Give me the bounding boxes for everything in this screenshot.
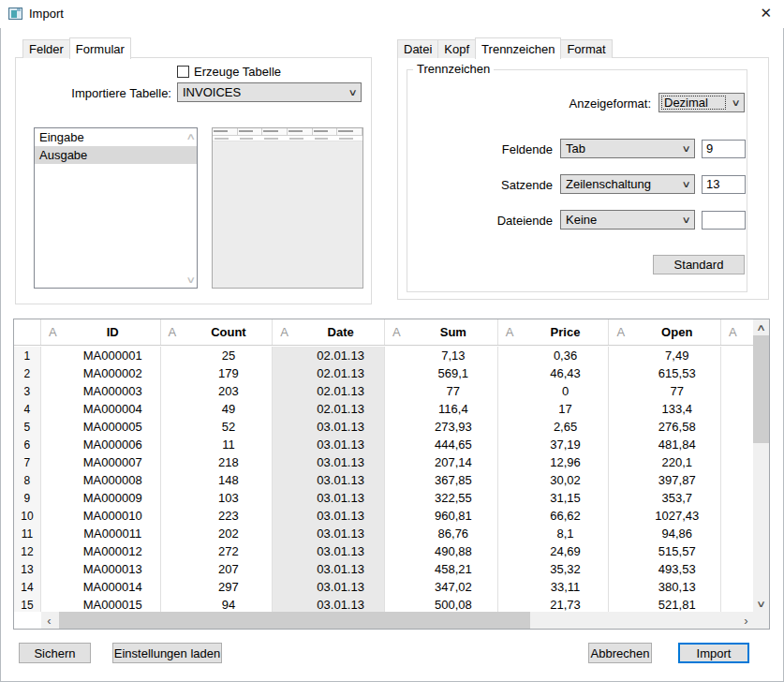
horizontal-scrollbar[interactable]: ‹ ›: [41, 612, 754, 629]
table-cell[interactable]: 367,85: [409, 471, 498, 489]
table-cell[interactable]: 276,58: [633, 418, 721, 436]
table-cell[interactable]: 569,1: [409, 364, 498, 382]
table-cell[interactable]: MA000014: [66, 578, 161, 596]
table-cell[interactable]: 77: [633, 382, 721, 400]
table-cell[interactable]: 481,84: [633, 436, 721, 453]
table-cell[interactable]: MA000008: [66, 471, 161, 489]
table-cell[interactable]: MA000015: [66, 596, 161, 612]
table-cell[interactable]: 03.01.13: [297, 507, 385, 525]
field-end-code-input[interactable]: 9: [702, 140, 746, 158]
table-cell[interactable]: 21,73: [523, 596, 610, 612]
table-cell[interactable]: 0,36: [523, 347, 610, 364]
table-cell[interactable]: 521,81: [633, 596, 721, 612]
table-cell[interactable]: 25: [185, 347, 274, 364]
table-cell[interactable]: 03.01.13: [297, 418, 385, 436]
table-cell[interactable]: 03.01.13: [297, 489, 385, 507]
scroll-left-icon[interactable]: ‹: [41, 612, 57, 629]
save-button[interactable]: Sichern: [19, 643, 91, 663]
table-cell[interactable]: 03.01.13: [297, 560, 385, 578]
table-cell[interactable]: 322,55: [409, 489, 498, 507]
table-cell[interactable]: 02.01.13: [297, 382, 385, 400]
table-cell[interactable]: 397,87: [633, 471, 721, 489]
table-cell[interactable]: 24,69: [523, 542, 610, 560]
table-cell[interactable]: MA000010: [66, 507, 161, 525]
table-cell[interactable]: 490,88: [409, 542, 498, 560]
table-cell[interactable]: 207: [185, 560, 274, 578]
table-cell[interactable]: 347,02: [409, 578, 498, 596]
table-cell[interactable]: 0: [523, 382, 610, 400]
table-cell[interactable]: 37,19: [523, 436, 610, 453]
table-cell[interactable]: 11: [185, 436, 274, 453]
tab-datei[interactable]: Datei: [397, 39, 438, 58]
table-cell[interactable]: 615,53: [633, 364, 721, 382]
table-cell[interactable]: 03.01.13: [297, 436, 385, 453]
table-cell[interactable]: 02.01.13: [297, 347, 385, 364]
table-cell[interactable]: 03.01.13: [297, 471, 385, 489]
record-end-code-input[interactable]: 13: [702, 175, 746, 194]
tab-trennzeichen[interactable]: Trennzeichen: [475, 37, 561, 59]
table-cell[interactable]: MA000001: [66, 347, 161, 364]
table-cell[interactable]: 31,15: [523, 489, 610, 507]
table-cell[interactable]: 17: [523, 400, 610, 418]
table-cell[interactable]: 493,53: [633, 560, 721, 578]
table-cell[interactable]: 30,02: [523, 471, 610, 489]
tab-felder[interactable]: Felder: [22, 39, 70, 58]
table-cell[interactable]: 218: [185, 453, 274, 471]
table-cell[interactable]: 179: [185, 364, 274, 382]
table-cell[interactable]: MA000007: [66, 453, 161, 471]
table-cell[interactable]: 273,93: [409, 418, 498, 436]
table-cell[interactable]: 2,65: [523, 418, 610, 436]
table-cell[interactable]: 66,62: [523, 507, 610, 525]
field-end-select[interactable]: Tab ∨: [560, 139, 695, 158]
tab-format[interactable]: Format: [560, 39, 612, 58]
table-cell[interactable]: 03.01.13: [297, 525, 385, 542]
load-settings-button[interactable]: Einstellungen laden: [112, 643, 222, 663]
table-cell[interactable]: 223: [185, 507, 274, 525]
table-cell[interactable]: 7,13: [409, 347, 498, 364]
file-end-code-input[interactable]: [702, 211, 746, 230]
scroll-down-icon[interactable]: ∨: [749, 596, 774, 612]
table-cell[interactable]: 203: [185, 382, 274, 400]
table-cell[interactable]: MA000012: [66, 542, 161, 560]
scroll-up-icon[interactable]: ∧: [185, 131, 196, 141]
table-cell[interactable]: MA000009: [66, 489, 161, 507]
file-end-select[interactable]: Keine ∨: [560, 210, 695, 230]
table-cell[interactable]: 444,65: [409, 436, 498, 453]
tab-formular[interactable]: Formular: [69, 37, 131, 59]
table-cell[interactable]: 380,13: [633, 578, 721, 596]
table-cell[interactable]: 500,08: [409, 596, 498, 612]
create-table-checkbox[interactable]: [177, 66, 189, 78]
table-cell[interactable]: 202: [185, 525, 274, 542]
table-cell[interactable]: 220,1: [633, 453, 721, 471]
table-cell[interactable]: MA000006: [66, 436, 161, 453]
table-cell[interactable]: 297: [185, 578, 274, 596]
table-cell[interactable]: MA000013: [66, 560, 161, 578]
column-header-date[interactable]: Date: [297, 319, 385, 345]
table-cell[interactable]: MA000002: [66, 364, 161, 382]
display-format-select[interactable]: Dezimal ∨: [658, 93, 745, 112]
table-cell[interactable]: 272: [185, 542, 274, 560]
table-cell[interactable]: MA000003: [66, 382, 161, 400]
table-cell[interactable]: 960,81: [409, 507, 498, 525]
scroll-up-icon[interactable]: ∧: [749, 319, 774, 335]
table-cell[interactable]: 515,57: [633, 542, 721, 560]
record-end-select[interactable]: Zeilenschaltung ∨: [560, 174, 695, 194]
table-cell[interactable]: MA000011: [66, 525, 161, 542]
table-cell[interactable]: 8,1: [523, 525, 610, 542]
import-button[interactable]: Import: [678, 643, 749, 663]
close-icon[interactable]: ✕: [760, 5, 772, 22]
import-table-select[interactable]: INVOICES ∨: [177, 82, 362, 102]
vertical-scrollbar[interactable]: ∧ ∨: [753, 319, 769, 612]
scroll-down-icon[interactable]: ∨: [185, 274, 196, 285]
table-cell[interactable]: 7,49: [633, 347, 721, 364]
vertical-scrollbar-thumb[interactable]: [753, 335, 769, 443]
table-cell[interactable]: 458,21: [409, 560, 498, 578]
standard-button[interactable]: Standard: [653, 255, 745, 274]
table-cell[interactable]: 1027,43: [633, 507, 721, 525]
table-cell[interactable]: 86,76: [409, 525, 498, 542]
column-header-count[interactable]: Count: [185, 319, 274, 345]
column-header-id[interactable]: ID: [66, 319, 161, 345]
column-header-sum[interactable]: Sum: [409, 319, 498, 345]
table-cell[interactable]: 103: [185, 489, 274, 507]
tab-kopf[interactable]: Kopf: [437, 39, 476, 58]
